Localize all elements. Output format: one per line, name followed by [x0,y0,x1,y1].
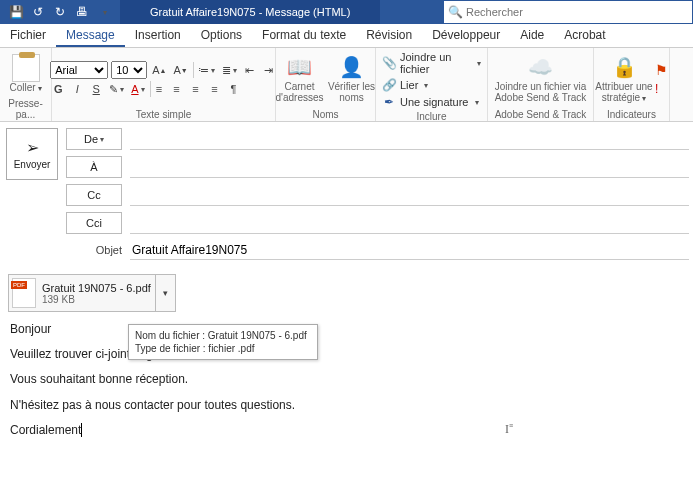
tab-options[interactable]: Options [191,24,252,47]
group-font: Arial 10 A▲ A▼ ≔ ≣ ⇤ ⇥ G I S ✎ A ≡ ≡ [52,48,276,121]
tooltip-filename: Nom du fichier : Gratuit 19N075 - 6.pdf [135,329,311,342]
link-label: Lier [400,79,418,91]
link-button[interactable]: 🔗Lier [380,77,430,93]
subject-input[interactable] [130,240,689,260]
address-book-icon: 📖 [287,55,312,79]
font-color-icon[interactable]: A [129,81,146,97]
body-line-3: Vous souhaitant bonne réception. [10,370,683,389]
align-justify-icon[interactable]: ≡ [207,81,223,97]
tab-insertion[interactable]: Insertion [125,24,191,47]
message-body[interactable]: Bonjour Veuillez trouver ci-joint le gra… [0,312,693,454]
clipboard-icon [12,54,40,82]
tooltip-filetype: Type de fichier : fichier .pdf [135,342,311,355]
window-title: Gratuit Affaire19N075 - Message (HTML) [120,0,380,24]
cc-button[interactable]: Cc [66,184,122,206]
align-left-icon[interactable]: ≡ [150,81,166,97]
subject-label: Objet [66,244,122,256]
save-icon[interactable]: 💾 [8,4,24,20]
pdf-icon [12,278,36,308]
signature-button[interactable]: ✒Une signature [380,94,481,110]
attachment-tooltip: Nom du fichier : Gratuit 19N075 - 6.pdf … [128,324,318,360]
align-right-icon[interactable]: ≡ [188,81,204,97]
title-bar: 💾 ↺ ↻ 🖶 Gratuit Affaire19N075 - Message … [0,0,693,24]
tab-message[interactable]: Message [56,24,125,47]
from-button[interactable]: De [66,128,122,150]
italic-button[interactable]: I [69,81,85,97]
bcc-field[interactable] [130,212,689,234]
adobe-send-label: Joindre un fichier via Adobe Send & Trac… [493,81,589,103]
group-clipboard: Coller Presse-pa... [0,48,52,121]
tab-format[interactable]: Format du texte [252,24,356,47]
importance-high-icon[interactable]: ! [655,82,668,96]
attach-file-button[interactable]: 📎Joindre un fichier [380,50,483,76]
search-icon: 🔍 [444,5,466,19]
group-label-names: Noms [280,108,371,121]
numbering-icon[interactable]: ≣ [220,62,239,78]
address-book-button[interactable]: 📖 Carnet d'adresses [276,55,324,103]
group-label-font: Texte simple [56,108,271,121]
search-box[interactable]: 🔍 [443,0,693,24]
bcc-button[interactable]: Cci [66,212,122,234]
send-icon: ➢ [26,138,39,157]
underline-button[interactable]: S [88,81,104,97]
group-names: 📖 Carnet d'adresses 👤 Vérifier les noms … [276,48,376,121]
bullets-icon[interactable]: ≔ [193,62,217,78]
tab-fichier[interactable]: Fichier [0,24,56,47]
assign-policy-label: Attribuer une stratégie [595,81,653,104]
highlight-icon[interactable]: ✎ [107,81,126,97]
attachments-row: Gratuit 19N075 - 6.pdf 139 KB ▾ [0,266,693,312]
from-field[interactable] [130,128,689,150]
body-line-1: Bonjour [10,320,683,339]
paste-label: Coller [9,82,41,94]
assign-policy-button[interactable]: 🔒 Attribuer une stratégie [595,55,653,104]
signature-label: Une signature [400,96,469,108]
check-names-icon: 👤 [339,55,364,79]
qat-more-icon[interactable] [96,4,112,20]
attach-file-label: Joindre un fichier [400,51,471,75]
attachment-item[interactable]: Gratuit 19N075 - 6.pdf 139 KB ▾ [8,274,176,312]
compose-header: ➢ Envoyer De À Cc Cci Objet [0,122,693,266]
ribbon-tabs: Fichier Message Insertion Options Format… [0,24,693,48]
search-input[interactable] [466,6,692,18]
adobe-send-button[interactable]: ☁️ Joindre un fichier via Adobe Send & T… [493,55,589,103]
cloud-attach-icon: ☁️ [528,55,553,79]
indent-icon[interactable]: ⇥ [261,62,277,78]
cc-field[interactable] [130,184,689,206]
font-size-select[interactable]: 10 [111,61,147,79]
signature-icon: ✒ [382,95,396,109]
send-label: Envoyer [14,159,51,170]
increase-font-icon[interactable]: A▲ [150,62,168,78]
to-field[interactable] [130,156,689,178]
font-name-select[interactable]: Arial [50,61,108,79]
flag-icon[interactable]: ⚑ [655,62,668,78]
body-line-4: N'hésitez pas à nous contacter pour tout… [10,396,683,415]
bold-button[interactable]: G [50,81,66,97]
attachment-size: 139 KB [42,294,151,305]
outdent-icon[interactable]: ⇤ [242,62,258,78]
decrease-font-icon[interactable]: A▼ [172,62,190,78]
tab-revision[interactable]: Révision [356,24,422,47]
attachment-dropdown[interactable]: ▾ [155,275,175,311]
text-cursor-icon: I≡ [505,422,513,437]
tab-acrobat[interactable]: Acrobat [554,24,615,47]
print-icon[interactable]: 🖶 [74,4,90,20]
redo-icon[interactable]: ↻ [52,4,68,20]
link-icon: 🔗 [382,78,396,92]
clear-format-icon[interactable]: ¶ [226,81,242,97]
body-line-2: Veuillez trouver ci-joint le gratuit N°1… [10,345,683,364]
send-button[interactable]: ➢ Envoyer [6,128,58,180]
to-button[interactable]: À [66,156,122,178]
tab-developpeur[interactable]: Développeur [422,24,510,47]
align-center-icon[interactable]: ≡ [169,81,185,97]
check-names-button[interactable]: 👤 Vérifier les noms [328,55,376,103]
undo-icon[interactable]: ↺ [30,4,46,20]
tab-aide[interactable]: Aide [510,24,554,47]
body-line-5: Cordialement [10,421,683,440]
group-label-adobe: Adobe Send & Track [492,108,589,121]
paste-button[interactable]: Coller [4,54,48,94]
quick-access-toolbar: 💾 ↺ ↻ 🖶 [0,0,120,24]
group-adobe: ☁️ Joindre un fichier via Adobe Send & T… [488,48,594,121]
address-book-label: Carnet d'adresses [275,81,323,103]
lock-icon: 🔒 [612,55,637,79]
group-label-include: Inclure [380,110,483,123]
